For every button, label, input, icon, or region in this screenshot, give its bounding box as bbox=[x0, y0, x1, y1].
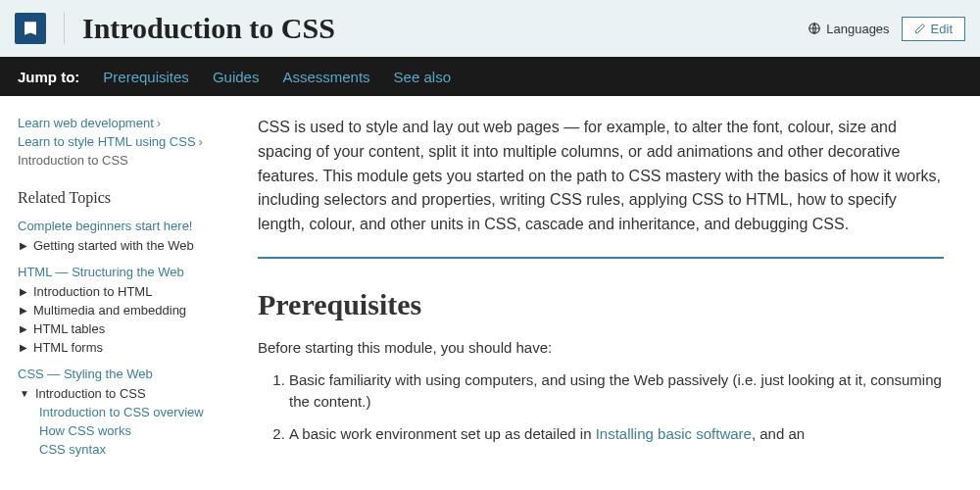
list-item: A basic work environment set up as detai… bbox=[289, 423, 960, 446]
jump-link-prerequisites[interactable]: Prerequisites bbox=[103, 69, 189, 85]
topic-subitem[interactable]: Introduction to CSS overview bbox=[39, 405, 238, 419]
header-divider bbox=[64, 13, 65, 44]
topic-section-head[interactable]: Complete beginners start here! bbox=[18, 219, 238, 233]
jump-to-label: Jump to: bbox=[18, 69, 79, 85]
breadcrumb-current: Introduction to CSS bbox=[18, 153, 238, 168]
topic-subitem[interactable]: How CSS works bbox=[39, 423, 238, 438]
jump-link-see-also[interactable]: See also bbox=[394, 69, 451, 85]
header: Introduction to CSS Languages Edit bbox=[0, 0, 980, 57]
topic-item[interactable]: ▶Multimedia and embedding bbox=[20, 303, 238, 318]
triangle-right-icon: ▶ bbox=[20, 286, 27, 297]
topic-section-head[interactable]: HTML — Structuring the Web bbox=[18, 265, 238, 279]
site-logo-icon[interactable] bbox=[15, 13, 46, 44]
jump-to-bar: Jump to: Prerequisites Guides Assessment… bbox=[0, 57, 980, 96]
prerequisites-heading: Prerequisites bbox=[258, 288, 960, 321]
triangle-right-icon: ▶ bbox=[20, 305, 27, 316]
list-item: Basic familiarity with using computers, … bbox=[289, 369, 960, 414]
chevron-right-icon: › bbox=[199, 134, 203, 149]
triangle-right-icon: ▶ bbox=[20, 240, 27, 251]
jump-link-assessments[interactable]: Assessments bbox=[282, 69, 369, 85]
sidebar: Learn web development› Learn to style HT… bbox=[18, 116, 258, 461]
topic-item[interactable]: ▶Getting started with the Web bbox=[20, 238, 238, 253]
edit-label: Edit bbox=[931, 22, 953, 36]
languages-button[interactable]: Languages bbox=[808, 22, 889, 36]
prerequisites-list: Basic familiarity with using computers, … bbox=[258, 369, 960, 446]
page-title: Introduction to CSS bbox=[82, 12, 808, 45]
topic-item[interactable]: ▶Introduction to HTML bbox=[20, 284, 238, 299]
chevron-right-icon: › bbox=[157, 116, 161, 130]
intro-paragraph: CSS is used to style and lay out web pag… bbox=[258, 116, 944, 259]
topic-subitem[interactable]: CSS syntax bbox=[39, 442, 238, 457]
topic-section-head[interactable]: CSS — Styling the Web bbox=[18, 367, 238, 381]
header-actions: Languages Edit bbox=[808, 17, 965, 41]
globe-icon bbox=[808, 22, 821, 35]
triangle-right-icon: ▶ bbox=[20, 323, 27, 334]
triangle-down-icon: ▼ bbox=[20, 388, 29, 399]
jump-link-guides[interactable]: Guides bbox=[213, 69, 260, 85]
edit-button[interactable]: Edit bbox=[902, 17, 965, 41]
topic-item[interactable]: ▶HTML forms bbox=[20, 340, 238, 355]
pencil-icon bbox=[914, 23, 926, 34]
triangle-right-icon: ▶ bbox=[20, 342, 27, 353]
main-content: CSS is used to style and lay out web pag… bbox=[258, 116, 980, 461]
content-area: Learn web development› Learn to style HT… bbox=[0, 96, 980, 461]
topic-item-expanded[interactable]: ▼Introduction to CSS bbox=[20, 386, 238, 401]
languages-label: Languages bbox=[826, 22, 889, 36]
topic-item[interactable]: ▶HTML tables bbox=[20, 321, 238, 336]
prerequisites-intro: Before starting this module, you should … bbox=[258, 339, 960, 356]
breadcrumb-link[interactable]: Learn web development› bbox=[18, 116, 238, 130]
breadcrumb-link[interactable]: Learn to style HTML using CSS› bbox=[18, 134, 238, 149]
inline-link[interactable]: Installing basic software bbox=[596, 425, 752, 442]
related-topics-heading: Related Topics bbox=[18, 189, 238, 207]
